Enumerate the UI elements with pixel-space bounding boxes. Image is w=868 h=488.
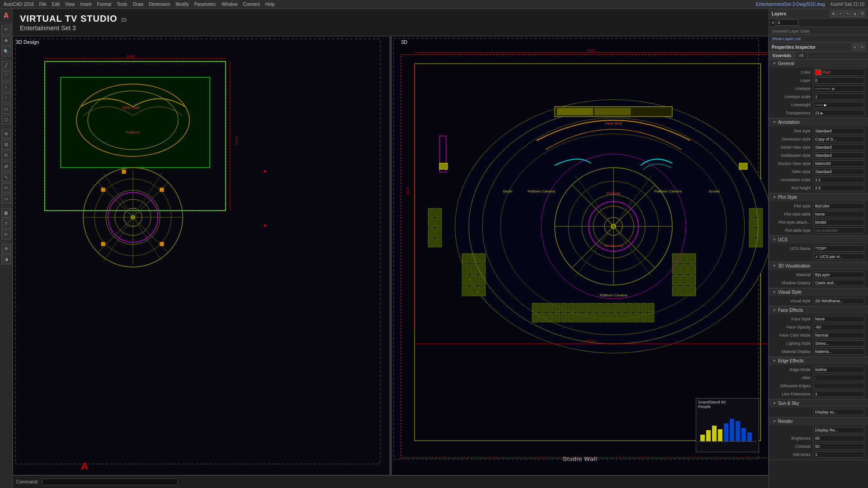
prop-ucs-name-value[interactable]: *TOP*: [813, 245, 864, 252]
prop-display-re-value[interactable]: Display Re...: [813, 427, 864, 433]
prop-lineweight-value[interactable]: —— ▶: [813, 102, 864, 108]
svg-rect-42: [462, 264, 469, 274]
prop-face-color-mode-value[interactable]: Normal: [813, 332, 864, 338]
prop-face-opacity-value[interactable]: -60: [813, 324, 864, 330]
tool-polyline[interactable]: ⌒: [1, 71, 11, 81]
tool-extend[interactable]: ⊸: [1, 194, 11, 204]
section-annotation-header[interactable]: ▼ Annotation: [769, 118, 868, 126]
prop-material-value[interactable]: ByLayer: [813, 272, 864, 278]
section-sun-sky-header[interactable]: ▼ Sun & Sky: [769, 399, 868, 407]
section-visual-style-header[interactable]: ▼ Visual Style: [769, 288, 868, 296]
prop-line-extensions-value[interactable]: 1: [813, 391, 864, 397]
menu-file[interactable]: File: [39, 2, 47, 7]
tool-text[interactable]: T: [1, 219, 11, 229]
prop-mid-tones-value[interactable]: 1: [813, 451, 864, 458]
tool-move[interactable]: ⊕: [1, 129, 11, 139]
prop-shadow-display-value[interactable]: Casts and...: [813, 280, 864, 286]
prop-face-style-value[interactable]: None: [813, 316, 864, 322]
menu-view[interactable]: View: [65, 2, 75, 7]
tool-rotate[interactable]: ↻: [1, 150, 11, 160]
tool-mirror[interactable]: ⇌: [1, 161, 11, 171]
prop-icon-2[interactable]: ✎: [859, 44, 865, 50]
tool-3d-orbit[interactable]: ⊛: [1, 244, 11, 253]
section-edge-effects-header[interactable]: ▼ Edge Effects: [769, 357, 868, 365]
autocad-logo[interactable]: A: [3, 11, 10, 21]
prop-silhouette-edges-value[interactable]: [813, 383, 864, 389]
layers-icon-2[interactable]: ≡: [837, 10, 844, 17]
section-plot-style-header[interactable]: ▼ Plot Style: [769, 193, 868, 201]
viewport-3d[interactable]: 3D: [392, 36, 769, 475]
prop-display-sun-value[interactable]: Display su...: [813, 409, 864, 415]
layers-icon-3[interactable]: ✎: [844, 10, 851, 17]
tool-pan[interactable]: ✥: [1, 36, 11, 46]
tool-rectangle[interactable]: ▭: [1, 104, 11, 114]
tool-select[interactable]: ↶: [1, 25, 11, 35]
tool-shade[interactable]: ◑: [1, 254, 11, 264]
prop-plot-style-attach-value[interactable]: Model: [813, 219, 864, 225]
viewport-2d[interactable]: 3D Design View Wall: [13, 36, 390, 475]
section-render-header[interactable]: ▼ Render: [769, 418, 868, 425]
menu-dimension[interactable]: Dimension: [149, 2, 170, 7]
tab-essentials[interactable]: Essentials: [769, 52, 795, 59]
menu-draw[interactable]: Draw: [133, 2, 143, 7]
prop-brightness: Brightness 65: [769, 434, 868, 442]
layers-icon-4[interactable]: ◈: [852, 10, 858, 17]
menu-insert[interactable]: Insert: [80, 2, 92, 7]
prop-plot-style-value[interactable]: ByColor: [813, 203, 864, 209]
properties-scroll-area[interactable]: ▼ General Color Red Layer 0: [769, 60, 868, 488]
tab-all[interactable]: All: [795, 52, 807, 59]
prop-dim-style-value[interactable]: Copy of S...: [813, 136, 864, 142]
layer-name-input[interactable]: [776, 19, 798, 26]
prop-visual-style-value[interactable]: 2D Wireframe...: [813, 298, 864, 304]
show-layer-list[interactable]: Show Layer List: [769, 35, 868, 42]
tool-scale[interactable]: ⤡: [1, 172, 11, 182]
tool-circle[interactable]: ○: [1, 82, 11, 92]
tool-hatch[interactable]: ▦: [1, 208, 11, 218]
prop-linetype-scale-value[interactable]: 1: [813, 94, 864, 100]
prop-transparency-value[interactable]: 21 ▶: [813, 110, 864, 116]
prop-brightness-value[interactable]: 65: [813, 435, 864, 441]
section-ucs-header[interactable]: ▼ UCS: [769, 236, 868, 244]
menu-edit[interactable]: Edit: [52, 2, 60, 7]
tool-dimension-linear[interactable]: ⊢: [1, 230, 11, 239]
layers-icon-1[interactable]: ⊞: [830, 10, 836, 17]
menu-help[interactable]: Help: [265, 2, 275, 7]
prop-jitter-value[interactable]: -: [813, 375, 864, 381]
prop-icon-1[interactable]: ≡: [852, 44, 858, 50]
prop-edge-mode-value[interactable]: isoline: [813, 366, 864, 373]
tool-line[interactable]: ╱: [1, 61, 11, 70]
prop-material-display-value[interactable]: Materia...: [813, 348, 864, 355]
layers-icon-5[interactable]: ☰: [859, 10, 865, 17]
menu-modify[interactable]: Modify: [175, 2, 189, 7]
menu-parametric[interactable]: Parametric: [194, 2, 216, 7]
tool-polygon[interactable]: ⬡: [1, 115, 11, 125]
prop-text-height-value[interactable]: 2.5: [813, 185, 864, 191]
tool-arc[interactable]: ◜: [1, 93, 11, 103]
svg-rect-58: [680, 275, 688, 285]
section-general-header[interactable]: ▼ General: [769, 60, 868, 67]
prop-plot-style-table-value[interactable]: None: [813, 211, 864, 217]
menu-tools[interactable]: Tools: [117, 2, 127, 7]
prop-multileader-value[interactable]: Standard: [813, 152, 864, 159]
prop-linetype-value[interactable]: ▶: [813, 85, 864, 92]
tool-zoom[interactable]: 🔍: [1, 47, 11, 56]
prop-lighting-style-value[interactable]: Smoo...: [813, 340, 864, 347]
tool-trim[interactable]: ✂: [1, 183, 11, 193]
prop-table-style-value[interactable]: Standard: [813, 169, 864, 175]
prop-contrast-value[interactable]: 50: [813, 443, 864, 450]
section-3d-viz-header[interactable]: ▼ 3D Visualization: [769, 262, 868, 270]
menu-format[interactable]: Format: [97, 2, 112, 7]
prop-color-value[interactable]: Red: [813, 69, 864, 76]
prop-text-style-value[interactable]: Standard: [813, 128, 864, 134]
prop-section-view-value[interactable]: Metric50: [813, 160, 864, 167]
prop-ucs-per-vi-value[interactable]: ✓ UCS per vi...: [813, 253, 864, 260]
prop-layer-value[interactable]: 0: [813, 77, 864, 84]
menu-connect[interactable]: Connect: [243, 2, 260, 7]
prop-annotation-scale-value[interactable]: 1:1: [813, 177, 864, 183]
command-input[interactable]: [42, 479, 178, 485]
tool-copy[interactable]: ⊞: [1, 140, 11, 150]
section-face-effects-header[interactable]: ▼ Face Effects: [769, 306, 868, 314]
menu-window[interactable]: Window: [222, 2, 238, 7]
viewport-area: VIRTUAL TV STUDIO 2D Entertainment Set 3…: [13, 9, 769, 488]
prop-detail-view-value[interactable]: Standard: [813, 144, 864, 150]
